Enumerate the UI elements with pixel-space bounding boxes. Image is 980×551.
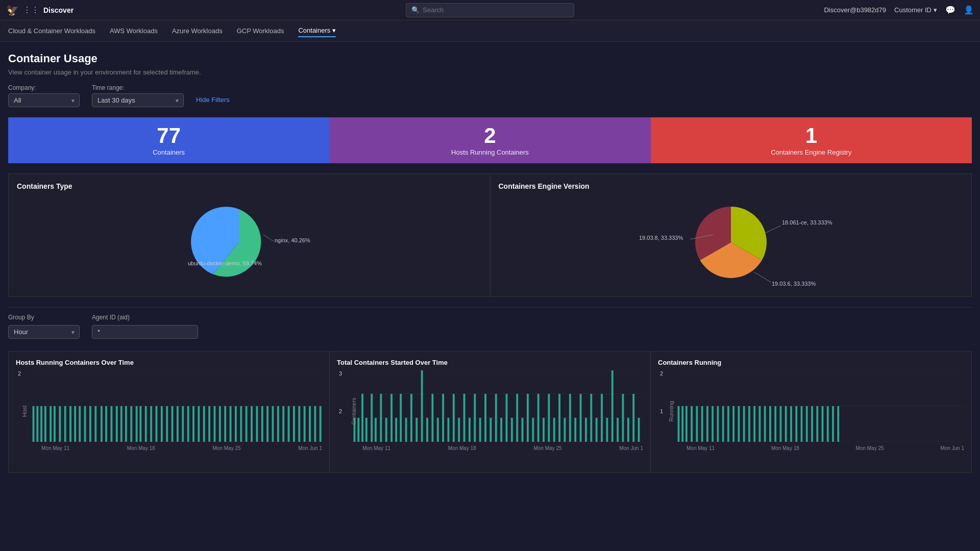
- svg-rect-147: [801, 406, 803, 442]
- stat-card-registry[interactable]: 1 Containers Engine Registry: [651, 117, 972, 163]
- search-bar[interactable]: 🔍: [406, 3, 574, 17]
- svg-rect-143: [780, 406, 782, 442]
- engine-label-1806-ce: 18.061-ce, 33.333%: [782, 219, 832, 226]
- svg-rect-20: [116, 406, 118, 442]
- svg-rect-7: [50, 406, 52, 442]
- nav-gcp[interactable]: GCP Workloads: [237, 25, 284, 37]
- groupby-row: Group By Hour Agent ID (aid): [8, 307, 972, 343]
- svg-rect-50: [272, 406, 274, 442]
- svg-rect-10: [64, 406, 66, 442]
- ts-panel-hosts: Hosts Running Containers Over Time 2 Hos…: [9, 352, 330, 472]
- svg-rect-116: [622, 394, 624, 442]
- svg-rect-100: [537, 394, 540, 442]
- secondary-nav: Cloud & Container Workloads AWS Workload…: [0, 20, 980, 42]
- ts-running-yaxis-label: Running: [668, 401, 674, 422]
- stat-card-containers[interactable]: 77 Containers: [8, 117, 329, 163]
- svg-rect-32: [177, 406, 179, 442]
- svg-rect-72: [390, 394, 393, 442]
- svg-rect-106: [569, 394, 571, 442]
- timerange-label: Time range:: [92, 84, 184, 91]
- stat-card-hosts[interactable]: 2 Hosts Running Containers: [329, 117, 650, 163]
- svg-rect-110: [590, 394, 592, 442]
- svg-rect-8: [54, 406, 56, 442]
- svg-rect-74: [400, 394, 402, 442]
- hide-filters-link[interactable]: Hide Filters: [196, 96, 230, 104]
- svg-rect-135: [738, 406, 740, 442]
- svg-rect-25: [139, 406, 141, 442]
- svg-rect-36: [198, 406, 200, 442]
- groupby-select[interactable]: Hour: [8, 325, 80, 339]
- svg-rect-23: [130, 406, 132, 442]
- svg-rect-30: [166, 406, 168, 442]
- svg-rect-78: [421, 370, 423, 442]
- svg-rect-111: [596, 418, 598, 442]
- customer-id-dropdown[interactable]: Customer ID ▾: [894, 6, 937, 14]
- svg-rect-58: [314, 406, 316, 442]
- svg-rect-95: [511, 418, 513, 442]
- groupby-select-wrapper: Hour: [8, 325, 80, 339]
- ts-running-ymax: 2: [660, 370, 663, 377]
- svg-rect-24: [136, 406, 138, 442]
- svg-rect-131: [717, 406, 719, 442]
- svg-rect-28: [156, 406, 158, 442]
- svg-rect-67: [365, 418, 368, 442]
- user-icon[interactable]: 👤: [964, 5, 974, 15]
- svg-rect-46: [251, 406, 253, 442]
- svg-rect-137: [748, 406, 750, 442]
- containers-type-title: Containers Type: [17, 182, 482, 190]
- nav-cloud-container[interactable]: Cloud & Container Workloads: [8, 25, 95, 37]
- svg-rect-128: [701, 406, 703, 442]
- timerange-select[interactable]: Last 30 days: [92, 93, 184, 107]
- svg-rect-52: [282, 406, 284, 442]
- svg-rect-105: [564, 418, 566, 442]
- ts-total-yaxis-label: Containers: [351, 397, 357, 424]
- svg-rect-19: [110, 406, 112, 442]
- search-icon: 🔍: [411, 6, 420, 14]
- svg-rect-152: [827, 406, 829, 442]
- ts-title-total: Total Containers Started Over Time: [337, 359, 643, 366]
- stat-registry-label: Containers Engine Registry: [771, 148, 851, 156]
- svg-rect-107: [574, 418, 576, 442]
- ts-total-xaxis: Mon May 11 Mon May 18 Mon May 25 Mon Jun…: [352, 445, 643, 451]
- svg-rect-80: [431, 394, 433, 442]
- svg-rect-109: [585, 418, 587, 442]
- timerange-select-wrapper: Last 30 days: [92, 93, 184, 107]
- ts-total-ymax: 3: [339, 370, 342, 377]
- messages-icon[interactable]: 💬: [945, 5, 955, 15]
- ts-hosts-ymax: 2: [18, 370, 21, 377]
- top-bar-left: 🦅 ⋮⋮ Discover: [6, 4, 74, 16]
- svg-rect-27: [150, 406, 152, 442]
- pie-label-ubuntu: ubuntu-docker-demo, 59.74%: [188, 260, 262, 266]
- nav-containers[interactable]: Containers ▾: [298, 24, 336, 37]
- agentid-input[interactable]: [92, 325, 198, 339]
- svg-rect-17: [101, 406, 103, 442]
- svg-rect-123: [678, 406, 680, 442]
- page-subtitle: View container usage in your environment…: [8, 68, 972, 76]
- svg-rect-97: [522, 418, 524, 442]
- svg-rect-150: [816, 406, 818, 442]
- svg-rect-21: [120, 406, 122, 442]
- company-select[interactable]: All: [8, 93, 80, 107]
- groupby-filter-group: Group By Hour: [8, 314, 80, 339]
- svg-rect-34: [187, 406, 189, 442]
- svg-rect-44: [240, 406, 242, 442]
- nav-azure[interactable]: Azure Workloads: [172, 25, 223, 37]
- svg-rect-141: [769, 406, 771, 442]
- svg-rect-31: [172, 406, 174, 442]
- charts-row: Containers Type ubuntu-docker-demo, 59.7…: [8, 173, 972, 297]
- customer-id-label: Customer ID: [894, 6, 932, 14]
- timerange-filter-group: Time range: Last 30 days: [92, 84, 184, 107]
- chevron-down-icon: ▾: [332, 27, 336, 34]
- svg-rect-91: [489, 418, 492, 442]
- svg-rect-138: [753, 406, 755, 442]
- svg-rect-139: [759, 406, 761, 442]
- svg-rect-73: [395, 418, 397, 442]
- search-input[interactable]: [423, 6, 569, 14]
- engine-label-1903-6: 19.03.6, 33.333%: [772, 281, 816, 287]
- svg-rect-92: [495, 394, 497, 442]
- svg-rect-154: [837, 406, 839, 442]
- nav-aws[interactable]: AWS Workloads: [110, 25, 158, 37]
- agentid-label: Agent ID (aid): [92, 314, 198, 321]
- svg-rect-16: [94, 406, 96, 442]
- dots-menu[interactable]: ⋮⋮: [23, 5, 39, 15]
